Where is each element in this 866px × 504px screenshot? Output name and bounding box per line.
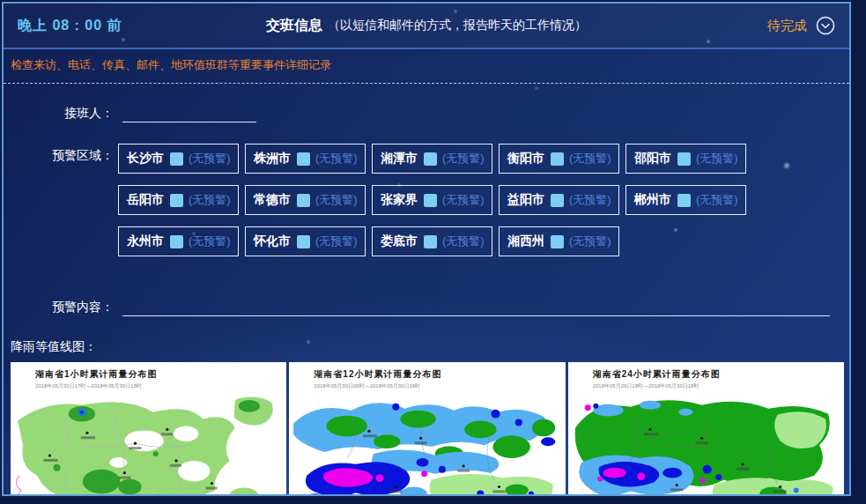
no-warning-label: (无预警) (696, 192, 738, 208)
rain-map-1h-image (11, 393, 286, 496)
city-checkbox[interactable] (551, 235, 564, 248)
no-warning-label: (无预警) (315, 233, 358, 249)
chevron-down-circle-icon[interactable] (816, 16, 835, 35)
city-warning-box[interactable]: 株洲市 (无预警) (245, 144, 366, 174)
shift-handover-panel: 晚上 08：00 前 交班信息 （以短信和邮件的方式，报告昨天的工作情况） 待完… (2, 2, 851, 496)
city-checkbox[interactable] (677, 194, 691, 207)
city-name: 株洲市 (254, 151, 291, 167)
city-checkbox[interactable] (297, 194, 310, 207)
deadline-label: 晚上 08：00 前 (18, 17, 122, 35)
warning-area-grid: 长沙市 (无预警) 株洲市 (无预警) 湘潭市 (无预警) 衡阳市 (无预警) … (118, 144, 747, 256)
no-warning-label: (无预警) (696, 151, 738, 167)
city-name: 衡阳市 (507, 151, 544, 167)
city-warning-box[interactable]: 湘潭市 (无预警) (372, 144, 492, 174)
no-warning-label: (无预警) (189, 192, 231, 208)
city-checkbox[interactable] (170, 194, 183, 207)
receiver-row: 接班人： (4, 101, 849, 122)
city-warning-box[interactable]: 衡阳市 (无预警) (499, 144, 619, 174)
city-warning-box[interactable]: 湘西州 (无预警) (499, 226, 619, 256)
city-warning-box[interactable]: 邵阳市 (无预警) (625, 144, 746, 174)
no-warning-label: (无预警) (442, 233, 485, 249)
city-name: 长沙市 (127, 151, 164, 167)
city-name: 郴州市 (634, 192, 671, 208)
rain-map-label: 降雨等值线图： (11, 339, 849, 355)
city-checkbox[interactable] (551, 194, 564, 207)
receiver-label: 接班人： (4, 101, 114, 122)
page-subtitle: （以短信和邮件的方式，报告昨天的工作情况） (328, 18, 587, 33)
city-name: 永州市 (127, 233, 164, 249)
no-warning-label: (无预警) (569, 192, 611, 208)
no-warning-label: (无预警) (442, 151, 485, 167)
city-checkbox[interactable] (424, 152, 437, 166)
header: 晚上 08：00 前 交班信息 （以短信和邮件的方式，报告昨天的工作情况） 待完… (4, 4, 849, 49)
notice-text: 检查来访、电话、传真、邮件、地环值班群等重要事件详细记录 (4, 49, 849, 84)
city-warning-box[interactable]: 郴州市 (无预警) (625, 185, 746, 215)
city-name: 湘潭市 (381, 151, 418, 167)
rain-maps-row: 湖南省1小时累计雨量分布图 2018年05月30日17时—2018年05月30日… (4, 362, 849, 496)
rain-map-panel-24h: 湖南省24小时累计雨量分布图 2018年05月29日18时—2018年05月30… (568, 362, 844, 496)
city-name: 张家界 (381, 192, 418, 208)
city-name: 怀化市 (254, 233, 291, 249)
city-checkbox[interactable] (424, 194, 437, 207)
city-name: 岳阳市 (127, 192, 164, 208)
map-title-12h: 湖南省12小时累计雨量分布图 (314, 368, 565, 381)
city-checkbox[interactable] (297, 235, 310, 248)
no-warning-label: (无预警) (189, 233, 231, 249)
city-checkbox[interactable] (677, 152, 691, 166)
map-title-1h: 湖南省1小时累计雨量分布图 (35, 368, 286, 381)
rain-map-12h-image (289, 393, 565, 496)
rain-map-panel-12h: 湖南省12小时累计雨量分布图 2018年05月30日06时—2018年05月30… (289, 362, 565, 496)
corner-decoration (841, 2, 851, 11)
map-title-24h: 湖南省24小时累计雨量分布图 (593, 368, 844, 381)
corner-decoration (2, 2, 11, 11)
rain-map-panel-1h: 湖南省1小时累计雨量分布图 2018年05月30日17时—2018年05月30日… (11, 362, 286, 496)
city-warning-box[interactable]: 张家界 (无预警) (372, 185, 492, 215)
warning-area-row: 预警区域： 长沙市 (无预警) 株洲市 (无预警) 湘潭市 (无预警) 衡阳市 … (4, 144, 849, 256)
city-warning-box[interactable]: 永州市 (无预警) (118, 226, 239, 256)
city-checkbox[interactable] (170, 235, 183, 248)
no-warning-label: (无预警) (189, 151, 231, 167)
city-checkbox[interactable] (424, 235, 437, 248)
warning-area-label: 预警区域： (4, 144, 114, 164)
city-checkbox[interactable] (551, 152, 564, 166)
city-warning-box[interactable]: 益阳市 (无预警) (499, 185, 619, 215)
no-warning-label: (无预警) (569, 233, 611, 249)
city-warning-box[interactable]: 娄底市 (无预警) (372, 226, 492, 256)
city-name: 常德市 (254, 192, 291, 208)
warning-content-input[interactable] (122, 295, 830, 316)
status-wrap: 待完成 (767, 16, 835, 35)
city-warning-box[interactable]: 长沙市 (无预警) (118, 144, 239, 174)
city-name: 娄底市 (381, 233, 418, 249)
city-warning-box[interactable]: 常德市 (无预警) (245, 185, 366, 215)
city-name: 邵阳市 (634, 151, 671, 167)
no-warning-label: (无预警) (315, 192, 358, 208)
map-subtitle-24h: 2018年05月29日18时—2018年05月30日18时 (593, 382, 844, 390)
receiver-input[interactable] (122, 101, 256, 122)
page-title: 交班信息 (266, 17, 322, 35)
no-warning-label: (无预警) (569, 151, 611, 167)
city-checkbox[interactable] (170, 152, 183, 166)
map-subtitle-12h: 2018年05月30日06时—2018年05月30日18时 (314, 382, 565, 390)
title-wrap: 交班信息 （以短信和邮件的方式，报告昨天的工作情况） (4, 4, 849, 48)
form: 接班人： 预警区域： 长沙市 (无预警) 株洲市 (无预警) 湘潭市 (无预警)… (4, 84, 849, 355)
rain-map-24h-image (568, 393, 844, 496)
no-warning-label: (无预警) (442, 192, 485, 208)
city-warning-box[interactable]: 怀化市 (无预警) (245, 226, 366, 256)
map-subtitle-1h: 2018年05月30日17时—2018年05月30日18时 (35, 382, 286, 390)
city-name: 湘西州 (507, 233, 544, 249)
warning-content-label: 预警内容： (4, 295, 114, 315)
city-name: 益阳市 (507, 192, 544, 208)
no-warning-label: (无预警) (315, 151, 358, 167)
warning-content-row: 预警内容： (4, 295, 849, 316)
city-warning-box[interactable]: 岳阳市 (无预警) (118, 185, 239, 215)
status-badge: 待完成 (767, 18, 807, 34)
city-checkbox[interactable] (297, 152, 310, 166)
